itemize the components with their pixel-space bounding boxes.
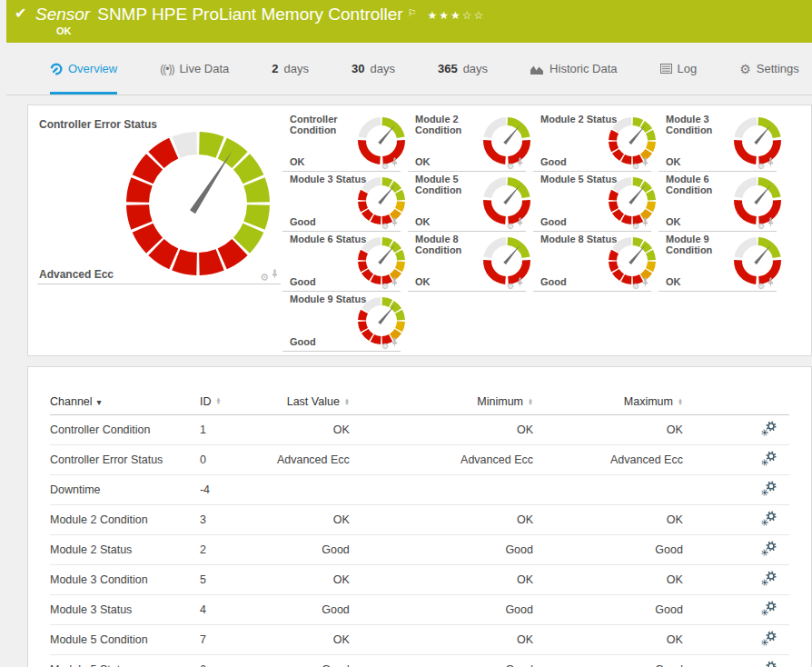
gauge-cell-module-9-status[interactable]: Module 9 StatusGood⚙ <box>282 292 401 352</box>
gauge-settings-gear-icon[interactable]: ⚙ <box>381 223 389 230</box>
gauge-pin-icon[interactable] <box>641 274 649 290</box>
tab-days-30[interactable]: 30days <box>352 43 395 95</box>
table-header-row: Channel▾ID▲▼Last Value▲▼Minimum▲▼Maximum… <box>50 387 789 415</box>
gauge-cell-module-9-condition[interactable]: Module 9 ConditionOK⚙ <box>659 232 777 292</box>
channel-settings-button[interactable] <box>683 655 789 667</box>
gauge-settings-gear-icon[interactable]: ⚙ <box>632 223 639 230</box>
gauge-cell-module-3-condition[interactable]: Module 3 ConditionOK⚙ <box>659 112 777 172</box>
gauge-settings-gear-icon[interactable]: ⚙ <box>507 283 514 290</box>
gauge-settings-gear-icon[interactable]: ⚙ <box>758 163 765 170</box>
column-header-maximum[interactable]: Maximum▲▼ <box>533 387 683 415</box>
gauge-pin-icon[interactable] <box>767 214 775 230</box>
column-header-id[interactable]: ID▲▼ <box>200 387 253 415</box>
cell-channel[interactable]: Module 5 Condition <box>50 625 200 655</box>
channel-settings-button[interactable] <box>683 625 789 655</box>
table-row: Module 5 Condition7OKOKOK <box>50 625 789 655</box>
cell-last-value: OK <box>253 415 349 445</box>
cell-channel[interactable]: Module 5 Status <box>50 655 200 667</box>
gauge-pin-icon[interactable] <box>391 334 399 350</box>
priority-stars[interactable]: ★★★☆☆ <box>428 5 486 26</box>
small-gauges-grid: Controller ConditionOK⚙Module 2 Conditio… <box>282 112 784 352</box>
cell-channel[interactable]: Controller Condition <box>50 415 200 445</box>
column-header-last-value[interactable]: Last Value▲▼ <box>253 387 349 415</box>
tab-log[interactable]: Log <box>660 43 698 95</box>
broadcast-icon: ((•)) <box>160 63 173 75</box>
cell-id: 2 <box>200 535 253 565</box>
gauge-pin-icon[interactable] <box>767 154 775 170</box>
gauge-pin-icon[interactable] <box>641 214 649 230</box>
gauge-settings-gear-icon[interactable]: ⚙ <box>381 343 389 350</box>
gauge-icon <box>50 63 63 75</box>
gauge-cell-module-2-status[interactable]: Module 2 StatusGood⚙ <box>533 112 651 172</box>
channel-settings-button[interactable] <box>683 415 789 445</box>
cell-maximum: OK <box>533 505 683 535</box>
channel-settings-button[interactable] <box>683 535 789 565</box>
gauge-cell-module-5-status[interactable]: Module 5 StatusGood⚙ <box>533 172 651 232</box>
gauge-settings-gear-icon[interactable]: ⚙ <box>758 223 765 230</box>
gauge-settings-gear-icon[interactable]: ⚙ <box>632 163 639 170</box>
gauge-settings-gear-icon[interactable]: ⚙ <box>632 283 639 290</box>
channel-settings-button[interactable] <box>683 595 789 625</box>
gauge-title: Module 9 Status <box>290 294 366 304</box>
cell-minimum <box>350 475 533 505</box>
primary-gauge-title: Controller Error Status <box>39 118 157 131</box>
table-row: Downtime-4 <box>50 475 789 505</box>
gauge-cell-module-8-condition[interactable]: Module 8 ConditionOK⚙ <box>408 232 526 292</box>
gauge-settings-gear-icon[interactable]: ⚙ <box>381 283 389 290</box>
sensor-title-bar: ✔ Sensor SNMP HPE ProLiant Memory Contro… <box>6 0 812 43</box>
cell-id: 3 <box>200 505 253 535</box>
cell-channel[interactable]: Module 2 Condition <box>50 505 200 535</box>
channel-settings-button[interactable] <box>683 475 789 505</box>
channel-settings-button[interactable] <box>683 505 789 535</box>
cell-channel[interactable]: Module 3 Condition <box>50 565 200 595</box>
sort-updown-icon: ▲▼ <box>344 398 350 405</box>
cell-maximum: Good <box>533 535 683 565</box>
gauge-cell-module-5-condition[interactable]: Module 5 ConditionOK⚙ <box>408 172 526 232</box>
priority-flag-icon[interactable]: ⚐ <box>408 2 417 24</box>
gauge-settings-gear-icon[interactable]: ⚙ <box>381 163 389 170</box>
tab-historic-data[interactable]: Historic Data <box>530 43 617 95</box>
gauge-pin-icon[interactable] <box>516 274 524 290</box>
gauge-settings-gear-icon[interactable]: ⚙ <box>758 283 765 290</box>
gauge-settings-gear-icon[interactable]: ⚙ <box>260 273 269 282</box>
tab-settings[interactable]: ⚙Settings <box>739 43 799 95</box>
gauge-pin-icon[interactable] <box>516 154 524 170</box>
column-header-minimum[interactable]: Minimum▲▼ <box>350 387 533 415</box>
gauge-cell-module-8-status[interactable]: Module 8 StatusGood⚙ <box>533 232 651 292</box>
gauge-pin-icon[interactable] <box>271 265 279 282</box>
gauge-pin-icon[interactable] <box>516 214 524 230</box>
cell-channel[interactable]: Downtime <box>50 475 200 505</box>
gauge-cell-controller-condition[interactable]: Controller ConditionOK⚙ <box>282 112 401 172</box>
gauge-pin-icon[interactable] <box>641 154 649 170</box>
gauge-value: OK <box>415 216 431 227</box>
cell-channel[interactable]: Controller Error Status <box>50 445 200 475</box>
gauge-cell-module-6-condition[interactable]: Module 6 ConditionOK⚙ <box>659 172 777 232</box>
channel-settings-button[interactable] <box>683 565 789 595</box>
gauge-pin-icon[interactable] <box>391 274 399 290</box>
tab-days-365[interactable]: 365days <box>438 43 488 95</box>
gauge-cell-module-3-status[interactable]: Module 3 StatusGood⚙ <box>282 172 401 232</box>
table-row: Controller Error Status0Advanced EccAdva… <box>50 445 789 475</box>
table-row: Module 2 Status2GoodGoodGood <box>50 535 789 565</box>
gauge-pin-icon[interactable] <box>391 214 399 230</box>
cell-last-value: OK <box>253 505 349 535</box>
cell-minimum: OK <box>350 415 533 445</box>
primary-gauge-cell[interactable]: Controller Error Status Advanced Ecc ⚙ <box>37 113 281 284</box>
cell-maximum: OK <box>533 565 683 595</box>
gauge-cell-module-6-status[interactable]: Module 6 StatusGood⚙ <box>282 232 401 292</box>
cell-id: -4 <box>200 475 253 505</box>
channel-settings-button[interactable] <box>683 445 789 475</box>
tab-live-data[interactable]: ((•))Live Data <box>160 43 229 95</box>
gauge-pin-icon[interactable] <box>391 154 399 170</box>
column-header-channel[interactable]: Channel▾ <box>50 387 200 415</box>
cell-channel[interactable]: Module 2 Status <box>50 535 200 565</box>
gauge-pin-icon[interactable] <box>767 274 775 290</box>
tab-days-2[interactable]: 2days <box>272 43 309 95</box>
gauge-cell-module-2-condition[interactable]: Module 2 ConditionOK⚙ <box>408 112 526 172</box>
gauge-settings-gear-icon[interactable]: ⚙ <box>507 223 514 230</box>
tab-bar: Overview((•))Live Data2days30days365days… <box>6 43 812 95</box>
gauge-value: Good <box>290 216 316 227</box>
cell-channel[interactable]: Module 3 Status <box>50 595 200 625</box>
tab-overview[interactable]: Overview <box>50 43 117 95</box>
gauge-settings-gear-icon[interactable]: ⚙ <box>507 163 514 170</box>
